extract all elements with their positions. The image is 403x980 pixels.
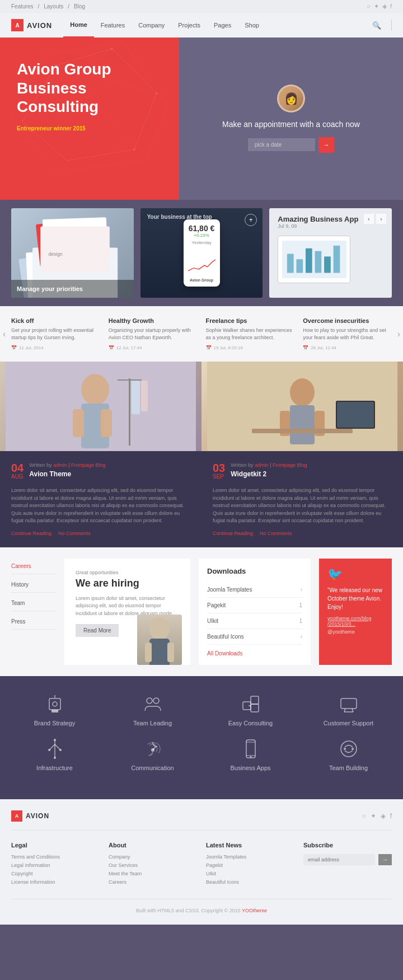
card-business-app[interactable]: ‹ › Amazing Business App Jul 9, 09 bbox=[269, 208, 392, 298]
card-3-next-arrow[interactable]: › bbox=[376, 214, 386, 224]
footer-email-input[interactable] bbox=[303, 854, 375, 865]
infrastructure-icon bbox=[44, 738, 66, 760]
footer-about-link-3[interactable]: Careers bbox=[109, 879, 195, 885]
footer-about-link-0[interactable]: Company bbox=[109, 854, 195, 860]
svg-point-63 bbox=[54, 757, 56, 759]
card-business-top[interactable]: + 61,80 € +0.23% Yesterday Avion Group Y… bbox=[140, 208, 263, 298]
search-icon[interactable]: 🔍 bbox=[372, 21, 381, 30]
footer-about-title: About bbox=[109, 842, 195, 848]
fp-1-meta: 03 SEP Written by admin | Frontpage Blog… bbox=[213, 462, 392, 482]
footer-icon-4[interactable]: f bbox=[390, 812, 392, 820]
footer-col-subscribe: Subscribe → bbox=[303, 842, 392, 888]
svg-rect-26 bbox=[101, 409, 112, 437]
nav-item-features[interactable]: Features bbox=[94, 13, 132, 37]
svg-point-47 bbox=[147, 698, 152, 704]
card-3-prev-arrow[interactable]: ‹ bbox=[364, 214, 374, 224]
card-1-label: Manage your priorities bbox=[17, 285, 128, 292]
footer-subscribe-button[interactable]: → bbox=[378, 854, 392, 865]
topbar-icon-2[interactable]: ✦ bbox=[374, 3, 379, 10]
footer-news-link-3[interactable]: Beautiful Icons bbox=[206, 879, 292, 885]
topbar-icon-3[interactable]: ◈ bbox=[382, 3, 387, 10]
sidebar-item-team[interactable]: Team bbox=[11, 595, 56, 611]
footer-legal-link-2[interactable]: Copyright bbox=[11, 871, 97, 876]
footer-col-about: About Company Our Services Meet the Team… bbox=[109, 842, 195, 888]
nav-logo[interactable]: A AVION bbox=[11, 19, 52, 31]
blog-excerpt-3: How to play to your strengths and set yo… bbox=[303, 327, 392, 341]
footer-bottom-text: Built with HTML5 and CSS3. Copyright © 2… bbox=[136, 908, 241, 913]
service-infrastructure[interactable]: Infrastructure bbox=[11, 738, 98, 771]
download-arrow-0: › bbox=[301, 587, 302, 593]
blog-title-2: Freelance tips bbox=[206, 317, 295, 324]
footer-news-link-0[interactable]: Joomla Templates bbox=[206, 854, 292, 860]
twitter-handle[interactable]: @yootheme bbox=[327, 629, 383, 635]
card-2-plus-icon[interactable]: + bbox=[245, 214, 257, 226]
service-easy-consulting[interactable]: Easy Consulting bbox=[207, 693, 294, 726]
all-downloads-link[interactable]: All Downloads bbox=[207, 650, 302, 657]
footer-icon-3[interactable]: ◈ bbox=[381, 812, 386, 820]
download-item-0[interactable]: Joomla Templates › bbox=[207, 582, 302, 598]
fp-1-by: Written by admin | Frontpage Blog bbox=[231, 462, 307, 468]
footer-logo[interactable]: A AVION bbox=[11, 810, 49, 822]
services-row-1: Brand Strategy Team Leading bbox=[11, 693, 392, 726]
nav-item-pages[interactable]: Pages bbox=[207, 13, 238, 37]
card-priorities[interactable]: design Manage your priorities bbox=[11, 208, 134, 298]
footer-news-link-1[interactable]: Pagekit bbox=[206, 862, 292, 868]
service-communication[interactable]: Communication bbox=[109, 738, 196, 771]
fp-1-title: Widgetkit 2 bbox=[231, 470, 307, 478]
service-team-leading[interactable]: Team Leading bbox=[109, 693, 196, 726]
footer-legal-link-3[interactable]: License Information bbox=[11, 879, 97, 885]
fp-0-continue[interactable]: Continue Reading bbox=[11, 531, 51, 536]
footer-legal-link-1[interactable]: Legal Information bbox=[11, 862, 97, 868]
coach-submit-button[interactable]: → bbox=[318, 137, 334, 153]
phone-brand: Avion Group bbox=[190, 278, 213, 282]
sidebar-item-careers[interactable]: Careers bbox=[11, 559, 56, 574]
footer-news-link-2[interactable]: UIkit bbox=[206, 871, 292, 876]
fp-0-date-num: 04 bbox=[11, 462, 24, 473]
fp-1-continue[interactable]: Continue Reading bbox=[213, 531, 253, 536]
fp-0-links: Continue Reading No Comments bbox=[11, 531, 190, 536]
twitter-link[interactable]: yootheme.com/blog /2015/10/0... bbox=[327, 616, 383, 627]
blog-post-3: Overcome insecurities How to play to you… bbox=[303, 317, 392, 350]
footer-about-link-2[interactable]: Meet the Team bbox=[109, 871, 195, 876]
nav-item-shop[interactable]: Shop bbox=[238, 13, 266, 37]
topbar-icon-4[interactable]: f bbox=[390, 3, 392, 10]
service-customer-support[interactable]: Customer Support bbox=[305, 693, 392, 726]
download-item-1[interactable]: Pagekit 1 bbox=[207, 598, 302, 613]
service-brand-strategy[interactable]: Brand Strategy bbox=[11, 693, 98, 726]
footer-legal-title: Legal bbox=[11, 842, 97, 848]
footer-about-link-1[interactable]: Our Services bbox=[109, 862, 195, 868]
sidebar-item-history[interactable]: History bbox=[11, 577, 56, 593]
download-item-2[interactable]: UIkit 1 bbox=[207, 613, 302, 629]
footer-yootheme-link[interactable]: YOOtheme bbox=[242, 908, 267, 913]
service-team-building[interactable]: Team Building bbox=[305, 738, 392, 771]
topbar-icon-1[interactable]: ○ bbox=[367, 3, 371, 10]
footer-icon-1[interactable]: ○ bbox=[362, 812, 365, 820]
date-picker-input[interactable] bbox=[248, 138, 315, 151]
sidebar-item-press[interactable]: Press bbox=[11, 614, 56, 630]
topbar-link-layouts[interactable]: Layouts bbox=[44, 3, 63, 10]
read-more-button[interactable]: Read More bbox=[76, 624, 119, 637]
service-business-apps[interactable]: Business Apps bbox=[207, 738, 294, 771]
download-item-3[interactable]: Beautiful Icons › bbox=[207, 629, 302, 645]
footer-icon-2[interactable]: ✦ bbox=[371, 812, 376, 820]
nav-item-projects[interactable]: Projects bbox=[171, 13, 207, 37]
topbar-link-features[interactable]: Features bbox=[11, 3, 33, 10]
topbar-link-blog[interactable]: Blog bbox=[74, 3, 85, 10]
card-1-image: design Manage your priorities bbox=[11, 208, 134, 298]
footer-legal-link-0[interactable]: Terms and Conditions bbox=[11, 854, 97, 860]
footer-subscribe-form: → bbox=[303, 854, 392, 865]
svg-point-62 bbox=[59, 749, 62, 751]
nav-item-home[interactable]: Home bbox=[63, 13, 94, 37]
services-row-2: Infrastructure Communication bbox=[11, 738, 392, 771]
svg-point-39 bbox=[149, 617, 170, 640]
blog-next-arrow[interactable]: › bbox=[397, 329, 400, 339]
easy-consulting-label: Easy Consulting bbox=[228, 720, 273, 726]
fp-1-links: Continue Reading No Comments bbox=[213, 531, 392, 536]
download-arrow-3: › bbox=[301, 634, 302, 640]
fp-1-comments[interactable]: No Comments bbox=[260, 531, 292, 536]
footer-subscribe-title: Subscribe bbox=[303, 842, 392, 848]
fp-0-comments[interactable]: No Comments bbox=[58, 531, 91, 536]
blog-prev-arrow[interactable]: ‹ bbox=[3, 329, 6, 339]
blog-meta-1: 📅 12 Jul, 17:44 bbox=[109, 345, 198, 350]
nav-item-company[interactable]: Company bbox=[132, 13, 171, 37]
